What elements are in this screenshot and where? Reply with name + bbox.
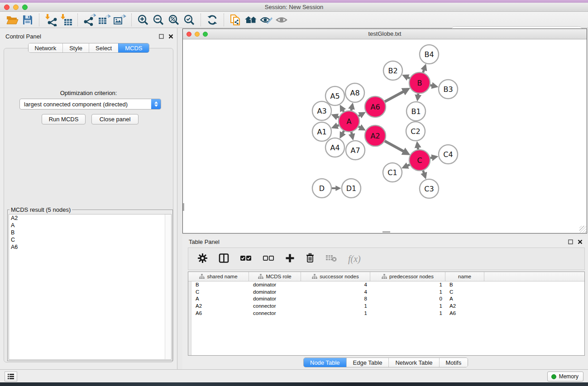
edge-C-C4[interactable]: [430, 157, 436, 158]
edge-C-C1[interactable]: [404, 165, 410, 167]
home-layout-icon[interactable]: [243, 13, 258, 27]
graph-node-D[interactable]: D: [312, 179, 331, 198]
edge-B-B2[interactable]: [404, 76, 410, 78]
edge-B-B1[interactable]: [418, 94, 418, 99]
graph-node-C[interactable]: C: [409, 150, 430, 171]
task-history-button[interactable]: [5, 372, 17, 381]
float-panel-icon[interactable]: [568, 238, 573, 246]
graph-node-A4[interactable]: A4: [325, 138, 344, 157]
show-columns-icon[interactable]: [219, 253, 229, 265]
tab-network[interactable]: Network: [28, 43, 62, 52]
delete-table-icon[interactable]: [325, 253, 337, 264]
refresh-icon[interactable]: [205, 13, 220, 27]
graph-node-A8[interactable]: A8: [345, 83, 364, 102]
network-canvas[interactable]: B4B2BB3A8A5A6A3B1AA1C2A2A4A7C4CC1C3DD1: [183, 39, 587, 233]
import-table-icon[interactable]: [58, 13, 74, 27]
float-panel-icon[interactable]: [159, 33, 164, 41]
mcds-result-item[interactable]: C: [9, 236, 171, 243]
table-row[interactable]: Bdominator41B: [191, 281, 584, 289]
edge-B-B4[interactable]: [423, 67, 425, 73]
zoom-network-button[interactable]: [203, 32, 208, 37]
run-mcds-button[interactable]: Run MCDS: [42, 114, 86, 124]
mcds-result-list[interactable]: A2ABCA6: [9, 214, 172, 360]
table-row[interactable]: A6connector11A6: [191, 310, 584, 317]
graph-node-C4[interactable]: C4: [439, 145, 458, 164]
edge-C-C2[interactable]: [417, 144, 418, 150]
export-table-icon[interactable]: [97, 13, 112, 27]
graph-node-A5[interactable]: A5: [325, 86, 344, 105]
network-window-titlebar[interactable]: testGlobe.txt: [183, 29, 587, 39]
column-header-predecessor-nodes[interactable]: predecessor nodes: [370, 272, 445, 281]
edge-A-A2[interactable]: [359, 127, 363, 129]
edge-A-A7[interactable]: [351, 132, 353, 138]
open-session-icon[interactable]: [5, 13, 20, 27]
column-header-name[interactable]: name: [445, 272, 484, 281]
mcds-result-item[interactable]: A: [9, 222, 171, 229]
save-session-icon[interactable]: [20, 13, 35, 27]
graph-node-A1[interactable]: A1: [312, 122, 331, 141]
mcds-result-item[interactable]: B: [9, 229, 171, 236]
resize-grip[interactable]: [579, 226, 586, 233]
show-eye-icon[interactable]: [274, 13, 289, 27]
zoom-out-icon[interactable]: [151, 13, 166, 27]
add-column-icon[interactable]: [285, 253, 295, 265]
close-panel-icon[interactable]: [578, 238, 583, 246]
hide-annotations-icon[interactable]: [258, 13, 274, 27]
graph-node-B2[interactable]: B2: [383, 61, 402, 80]
mcds-result-item[interactable]: A2: [9, 214, 171, 222]
settings-gear-icon[interactable]: [197, 253, 208, 265]
zoom-in-icon[interactable]: [135, 13, 151, 27]
tab-edge-table[interactable]: Edge Table: [346, 358, 389, 367]
memory-button[interactable]: Memory: [547, 372, 583, 381]
edge-C-C3[interactable]: [423, 171, 425, 177]
h-scroll-indicator[interactable]: [382, 231, 390, 233]
column-header-successor-nodes[interactable]: successor nodes: [301, 272, 370, 281]
edge-A-A5[interactable]: [341, 107, 344, 112]
select-all-icon[interactable]: [240, 255, 252, 263]
tab-select[interactable]: Select: [89, 43, 118, 52]
graph-node-A7[interactable]: A7: [346, 141, 365, 160]
table-row[interactable]: Cdominator41C: [191, 289, 584, 296]
zoom-selected-icon[interactable]: [182, 13, 197, 27]
zoom-window-button[interactable]: [22, 5, 28, 10]
tab-style[interactable]: Style: [62, 43, 89, 52]
graph-node-C2[interactable]: C2: [406, 122, 425, 141]
edge-B-B3[interactable]: [430, 85, 435, 86]
column-header-mcds-role[interactable]: MCDS role: [249, 272, 301, 281]
graph-node-B1[interactable]: B1: [406, 102, 425, 121]
deselect-all-icon[interactable]: [263, 255, 274, 263]
scrollbar-track[interactable]: [165, 214, 171, 359]
minimize-network-button[interactable]: [195, 32, 200, 37]
delete-column-icon[interactable]: [306, 253, 315, 265]
graph-node-C1[interactable]: C1: [383, 163, 402, 182]
mcds-result-item[interactable]: A6: [9, 243, 171, 251]
tab-motifs[interactable]: Motifs: [439, 358, 468, 367]
edge-A-A8[interactable]: [351, 105, 352, 110]
edge-A-A4[interactable]: [341, 131, 344, 136]
export-image-icon[interactable]: [112, 13, 128, 27]
minimize-window-button[interactable]: [13, 5, 19, 10]
table-row[interactable]: A2connector11A2: [191, 303, 584, 310]
criterion-dropdown[interactable]: largest connected component (directed): [19, 99, 161, 110]
copy-network-icon[interactable]: [228, 13, 243, 27]
graph-node-A[interactable]: A: [339, 111, 359, 132]
graph-node-B3[interactable]: B3: [439, 80, 458, 99]
function-builder-icon[interactable]: f(x): [348, 254, 361, 264]
close-window-button[interactable]: [4, 5, 10, 10]
graph-node-B4[interactable]: B4: [420, 45, 439, 64]
tab-mcds[interactable]: MCDS: [118, 43, 148, 52]
edge-A-A3[interactable]: [334, 115, 339, 117]
v-scroll-indicator[interactable]: [183, 203, 184, 211]
graph-node-D1[interactable]: D1: [342, 179, 361, 198]
import-network-icon[interactable]: [43, 13, 58, 27]
graph-node-A6[interactable]: A6: [365, 96, 386, 117]
close-network-button[interactable]: [186, 32, 191, 37]
graph-node-A3[interactable]: A3: [312, 101, 331, 120]
graph-node-B[interactable]: B: [409, 72, 430, 93]
table-row[interactable]: Adominator80A: [191, 295, 584, 303]
tab-network-table[interactable]: Network Table: [388, 358, 439, 367]
edge-A-A6[interactable]: [359, 113, 363, 116]
export-network-icon[interactable]: [81, 13, 97, 27]
edge-A2-C[interactable]: [385, 141, 407, 154]
graph-node-C3[interactable]: C3: [420, 179, 439, 198]
